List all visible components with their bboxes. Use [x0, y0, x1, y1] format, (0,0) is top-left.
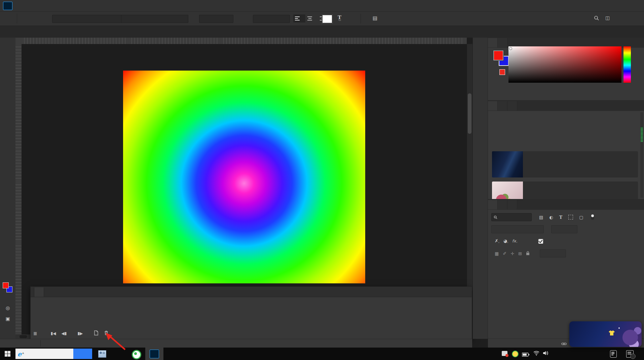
notification-center-icon[interactable] [626, 350, 634, 358]
lock-all-icon[interactable] [526, 250, 530, 257]
window-restore-button[interactable] [613, 0, 629, 10]
quick-mask-icon[interactable]: ◎ [2, 303, 13, 313]
gamut-color-swatch[interactable] [499, 69, 505, 75]
tab-adjustments[interactable] [507, 101, 517, 111]
photoshop-logo [3, 2, 12, 10]
saturation-brightness-field[interactable] [508, 46, 621, 83]
hue-slider[interactable] [623, 46, 631, 83]
ime-popup [569, 321, 642, 347]
font-size-select[interactable] [199, 15, 233, 23]
unify-visibility-icon[interactable]: ◕ᵒ [503, 238, 508, 244]
unify-position-icon[interactable]: ✗ᵒ [495, 238, 499, 244]
document-image[interactable] [123, 71, 365, 283]
lock-position-icon[interactable]: ✛ [510, 251, 514, 256]
tab-color[interactable] [488, 38, 498, 47]
tab-layers[interactable] [488, 200, 498, 209]
window-minimize-button[interactable] [598, 0, 613, 10]
filter-smart-objects-icon[interactable]: ▢ [579, 215, 583, 220]
learn-panel [488, 101, 644, 199]
filter-type-layers-icon[interactable]: T [559, 215, 563, 220]
ime-shirt-icon[interactable] [608, 330, 615, 337]
screen-mode-icon[interactable]: ▣ [2, 314, 13, 323]
lock-artboard-icon[interactable]: ⊞ [518, 251, 522, 256]
toggle-panels-icon[interactable]: ▤ [373, 15, 377, 21]
horizontal-ruler [22, 38, 467, 44]
tray-photo-icon[interactable] [502, 351, 507, 356]
align-center-button[interactable] [305, 14, 314, 23]
document-tab-bar [0, 26, 644, 38]
tray-notes-icon[interactable] [610, 350, 617, 358]
frame-disposal-icon[interactable]: ≣ [33, 331, 37, 336]
taskbar: e ▲ [0, 348, 644, 360]
warp-text-icon[interactable]: T◡ [338, 14, 344, 21]
previous-frame-button[interactable]: ◀▮ [62, 331, 67, 336]
new-frame-button[interactable] [93, 330, 99, 337]
propagate-frame-checkbox[interactable] [538, 239, 543, 244]
foreground-color-swatch[interactable] [3, 282, 9, 288]
learn-card-basics-thumb [492, 151, 523, 177]
learn-card-basics[interactable] [492, 151, 638, 177]
taskbar-search-button[interactable] [73, 349, 92, 359]
layer-filter-select[interactable] [491, 213, 532, 221]
tab-paths[interactable] [507, 200, 517, 209]
lock-transparency-icon[interactable]: ▦ [495, 251, 499, 256]
ie-icon: e [17, 350, 22, 358]
tray-battery-icon[interactable] [522, 352, 529, 358]
tab-channels[interactable] [498, 200, 507, 209]
filter-shape-layers-icon[interactable] [568, 215, 573, 219]
foreground-color-well[interactable] [493, 50, 503, 61]
options-bar: T◡ ▤ ◫ [0, 12, 644, 26]
right-panels: ▤ ◐ T ▢ ✗ᵒ ◕ᵒ fxᵒ [488, 38, 644, 348]
timeline-panel: ≣ ▮◀ ◀▮ ▮▶ [30, 286, 472, 339]
next-frame-button[interactable]: ▮▶ [77, 331, 83, 336]
filter-pixel-layers-icon[interactable]: ▤ [539, 215, 543, 220]
color-panel [488, 38, 644, 100]
anti-alias-select[interactable] [253, 15, 290, 23]
font-style-select[interactable] [121, 15, 188, 23]
filter-toggle-pin[interactable] [591, 214, 594, 220]
link-layers-icon[interactable] [561, 341, 567, 347]
status-bar [0, 339, 472, 348]
browser360-app-icon[interactable] [132, 350, 141, 359]
photoshop-taskbar-button[interactable] [145, 348, 163, 360]
font-family-select[interactable] [52, 15, 122, 23]
first-frame-button[interactable]: ▮◀ [51, 331, 56, 336]
tab-learn[interactable] [488, 101, 498, 111]
tray-360-icon[interactable] [512, 351, 519, 357]
scrollbar-thumb[interactable] [468, 93, 471, 134]
opacity-field[interactable] [551, 225, 577, 233]
vertical-ruler [15, 44, 22, 339]
lock-pixels-icon[interactable]: ✐ [503, 251, 506, 256]
unify-style-icon[interactable]: fxᵒ [512, 239, 517, 244]
timeline-tab[interactable] [34, 287, 44, 297]
color-cursor[interactable] [509, 47, 512, 50]
notification-badge [630, 354, 636, 359]
blend-mode-select[interactable] [491, 225, 544, 233]
foreground-background-colors[interactable] [3, 282, 13, 293]
text-color-swatch[interactable] [322, 15, 332, 23]
tray-wifi-icon[interactable] [533, 351, 539, 357]
tray-volume-icon[interactable] [543, 351, 549, 357]
tools-panel: ◎ ▣ [0, 38, 16, 339]
search-icon[interactable] [594, 15, 599, 21]
workspace-switcher-icon[interactable]: ◫ [605, 15, 611, 21]
window-close-button[interactable] [629, 0, 644, 10]
collapsed-panels-strip [473, 38, 488, 339]
start-button[interactable] [5, 351, 10, 357]
fill-field[interactable] [540, 249, 566, 257]
annotation-arrow [101, 332, 131, 352]
ruler-origin-box[interactable] [15, 38, 22, 44]
menu-bar [0, 0, 644, 12]
learn-card-retouch[interactable] [492, 182, 638, 199]
learn-scrollbar[interactable] [640, 112, 643, 198]
tab-libraries[interactable] [498, 101, 507, 111]
align-left-button[interactable] [293, 14, 305, 23]
taskbar-search-box[interactable]: e ▲ [15, 349, 75, 359]
filter-adjustment-layers-icon[interactable]: ◐ [549, 215, 553, 220]
learn-card-retouch-thumb [492, 182, 523, 199]
tab-swatches[interactable] [498, 38, 507, 47]
